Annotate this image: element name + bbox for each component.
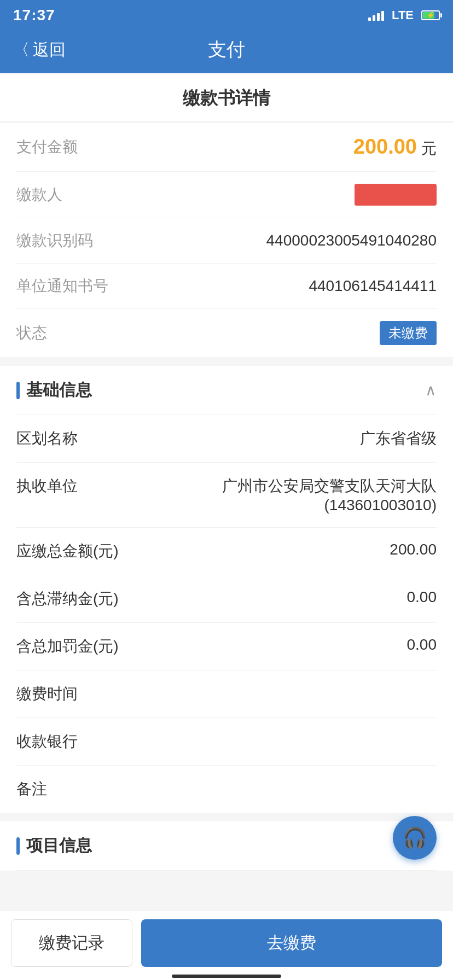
project-info-section: 项目信息 ∨: [0, 821, 453, 871]
payer-row: 缴款人: [16, 172, 437, 218]
payer-redacted: [355, 184, 437, 206]
collector-label: 执收单位: [16, 476, 126, 497]
lte-icon: LTE: [392, 8, 414, 22]
notice-value: 440106145414411: [309, 277, 437, 295]
note-value: —: [126, 779, 437, 796]
status-time: 17:37: [13, 7, 55, 24]
note-label: 备注: [16, 779, 126, 800]
status-label: 状态: [16, 323, 47, 343]
page-title-section: 缴款书详情: [0, 73, 453, 122]
penalty-value: 0.00: [126, 636, 437, 654]
home-indicator: [0, 975, 453, 978]
amount-label: 支付金额: [16, 137, 78, 158]
home-bar: [172, 975, 281, 978]
note-row: 备注 —: [16, 766, 437, 813]
total-amount-row: 应缴总金额(元) 200.00: [16, 528, 437, 575]
status-icons: LTE ⚡: [368, 8, 440, 22]
page-title: 缴款书详情: [183, 88, 270, 108]
amount-row: 支付金额 200.00 元: [16, 123, 437, 172]
section-indicator: [16, 382, 20, 399]
section-divider-2: [0, 813, 453, 821]
project-info-title: 项目信息: [26, 835, 92, 857]
region-label: 区划名称: [16, 428, 126, 449]
collapse-icon: ∧: [425, 381, 437, 399]
region-value: 广东省省级: [126, 428, 437, 449]
pay-time-row: 缴费时间 —: [16, 670, 437, 718]
notice-row: 单位通知书号 440106145414411: [16, 264, 437, 309]
basic-info-section: 基础信息 ∧ 区划名称 广东省省级 执收单位 广州市公安局交警支队天河大队 (1…: [0, 366, 453, 813]
notice-label: 单位通知书号: [16, 276, 108, 296]
code-row: 缴款识别码 44000023005491040280: [16, 218, 437, 264]
section-divider-1: [0, 357, 453, 366]
total-amount-label: 应缴总金额(元): [16, 541, 126, 562]
pay-time-label: 缴费时间: [16, 684, 126, 704]
record-button[interactable]: 缴费记录: [11, 919, 132, 967]
late-fee-row: 含总滞纳金(元) 0.00: [16, 575, 437, 623]
pay-button[interactable]: 去缴费: [141, 919, 442, 967]
nav-title: 支付: [208, 37, 245, 62]
back-button[interactable]: 〈 返回: [13, 39, 66, 61]
status-bar: 17:37 LTE ⚡: [0, 0, 453, 28]
signal-icon: [368, 10, 384, 21]
project-section-header-left: 项目信息: [16, 835, 92, 857]
section-header-left: 基础信息: [16, 379, 92, 401]
payer-label: 缴款人: [16, 184, 62, 205]
late-fee-label: 含总滞纳金(元): [16, 588, 126, 609]
code-label: 缴款识别码: [16, 230, 93, 251]
amount-unit: 元: [421, 138, 437, 159]
nav-bar: 〈 返回 支付: [0, 28, 453, 73]
pay-time-value: —: [126, 684, 437, 701]
total-amount-value: 200.00: [126, 541, 437, 558]
region-row: 区划名称 广东省省级: [16, 415, 437, 463]
support-button[interactable]: 🎧: [393, 816, 437, 860]
bottom-bar: 缴费记录 去缴费: [0, 910, 453, 980]
back-chevron-icon: 〈: [13, 39, 30, 61]
project-info-header[interactable]: 项目信息 ∨: [16, 821, 437, 871]
status-row: 状态 未缴费: [16, 309, 437, 357]
project-section-indicator: [16, 837, 20, 855]
detail-section: 支付金额 200.00 元 缴款人 缴款识别码 4400002300549104…: [0, 123, 453, 357]
headphone-icon: 🎧: [403, 826, 427, 849]
basic-info-header[interactable]: 基础信息 ∧: [16, 366, 437, 415]
penalty-label: 含总加罚金(元): [16, 636, 126, 657]
basic-info-title: 基础信息: [26, 379, 92, 401]
bank-label: 收款银行: [16, 731, 126, 752]
bank-row: 收款银行 —: [16, 718, 437, 766]
code-value: 44000023005491040280: [266, 232, 437, 249]
status-badge: 未缴费: [380, 321, 437, 345]
amount-value: 200.00: [353, 135, 417, 159]
collector-row: 执收单位 广州市公安局交警支队天河大队 (143601003010): [16, 463, 437, 528]
penalty-row: 含总加罚金(元) 0.00: [16, 623, 437, 670]
late-fee-value: 0.00: [126, 588, 437, 606]
battery-icon: ⚡: [421, 10, 440, 20]
back-label: 返回: [33, 39, 66, 61]
bank-value: —: [126, 731, 437, 749]
collector-value: 广州市公安局交警支队天河大队 (143601003010): [126, 476, 437, 514]
